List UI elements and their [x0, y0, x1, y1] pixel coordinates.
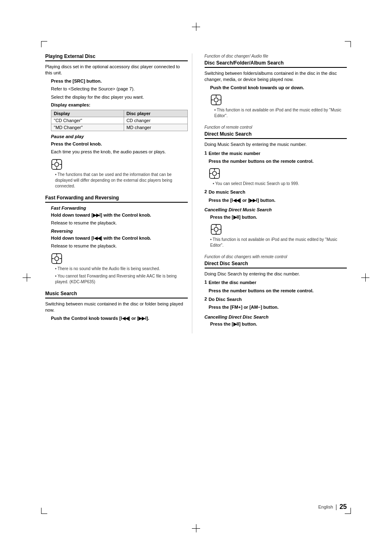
- cancelling-music-note: This function is not available on iPod a…: [205, 237, 347, 248]
- disc-step1: 1 Enter the disc number Press the number…: [205, 280, 347, 296]
- direct-disc-function-label: Function of disc changers with remote co…: [205, 254, 347, 260]
- music-search-step-block: Push the Control knob towards [I◀◀] or […: [45, 315, 188, 321]
- svg-point-19: [212, 171, 217, 176]
- table-row: "CD Changer" CD changer: [51, 117, 188, 124]
- disc-step2-content: Do Disc Search Press the [FM+] or [AM−] …: [209, 296, 347, 312]
- music-search-section: Music Search Switching between music con…: [45, 291, 188, 321]
- music-search-intro: Switching between music contained in the…: [45, 301, 188, 314]
- direct-music-search-intro: Doing Music Search by entering the music…: [205, 141, 347, 148]
- content-area: Playing External Disc Playing discs set …: [45, 53, 347, 502]
- disc-search-function-label: Function of disc changer/ Audio file: [205, 53, 347, 59]
- disc-search-step-block: Push the Control knob towards up or down…: [205, 85, 347, 119]
- direct-music-search-section: Function of remote control Direct Music …: [205, 125, 347, 248]
- direct-music-step2: 2 Do music Search Press the [I◀◀] or [▶▶…: [205, 189, 347, 205]
- svg-point-7: [55, 257, 59, 261]
- cancelling-disc-step: Press the [▶II] button.: [205, 321, 347, 327]
- step2-number: 2: [205, 189, 207, 205]
- press-src-line1: Refer to <Selecting the Source> (page 7)…: [51, 86, 188, 92]
- playing-external-disc-intro: Playing discs set in the optional access…: [45, 64, 188, 76]
- corner-tr: [345, 41, 351, 47]
- step2-sub: Press the [I◀◀] or [▶▶I] button.: [209, 197, 347, 204]
- reversing-note-1: There is no sound while the Audio file i…: [51, 266, 188, 272]
- fast-forward-section: Fast Forwarding and Reversing Fast Forwa…: [45, 195, 188, 285]
- knob-icon-reverse: [51, 253, 62, 264]
- disc-search-note: This function is not available on iPod a…: [210, 107, 347, 119]
- cancelling-direct-music: Cancelling Direct Music Search Press the…: [205, 207, 347, 248]
- step1-row: 1 Enter the music number Press the numbe…: [205, 150, 347, 189]
- step1-number: 1: [205, 150, 207, 189]
- step1-sub: Press the number buttons on the remote c…: [209, 158, 347, 164]
- pause-play-block: Pause and play Press the Control knob. E…: [45, 134, 188, 189]
- disc-step2-sub: Press the [FM+] or [AM−] button.: [209, 304, 347, 310]
- disc-step2: 2 Do Disc Search Press the [FM+] or [AM−…: [205, 296, 347, 312]
- disc-step1-row: 1 Enter the disc number Press the number…: [205, 280, 347, 296]
- direct-music-search-title: Direct Music Search: [205, 131, 347, 139]
- direct-disc-search-section: Function of disc changers with remote co…: [205, 254, 347, 328]
- disc-step2-number: 2: [205, 296, 207, 312]
- knob-icon-pause: [51, 159, 62, 170]
- cancelling-disc-label: Cancelling Direct Disc Search: [205, 314, 347, 320]
- disc-step2-row: 2 Do Disc Search Press the [FM+] or [AM−…: [205, 296, 347, 312]
- pause-play-step: Press the Control knob.: [51, 141, 188, 147]
- svg-point-1: [55, 162, 59, 166]
- fast-forwarding-block: Fast Forwarding Hold down toward [▶▶I] w…: [45, 205, 188, 227]
- table-header-display: Display: [51, 110, 124, 117]
- step1-note: You can select Direct music Search up to…: [209, 181, 347, 187]
- direct-music-step1: 1 Enter the music number Press the numbe…: [205, 150, 347, 189]
- reg-mark-top: [192, 23, 200, 31]
- disc-step2-label: Do Disc Search: [209, 296, 347, 303]
- disc-step1-label: Enter the disc number: [209, 280, 347, 286]
- press-src-block: Press the [SRC] button. Refer to <Select…: [45, 78, 188, 132]
- table-header-disc-player: Disc player: [124, 110, 187, 117]
- step1-label: Enter the music number: [209, 150, 347, 157]
- page-number: 25: [339, 503, 347, 511]
- press-src-label: Press the [SRC] button.: [51, 78, 188, 84]
- press-src-line2: Select the display for the disc player y…: [51, 94, 188, 100]
- step2-label: Do music Search: [209, 189, 347, 195]
- table-cell-cd-display: "CD Changer": [51, 117, 124, 124]
- page: Playing External Disc Playing discs set …: [0, 0, 392, 555]
- disc-search-intro: Switching between folders/albums contain…: [205, 70, 347, 83]
- disc-search-title: Disc Search/Folder/Album Search: [205, 60, 347, 68]
- corner-tl: [41, 41, 47, 47]
- reg-mark-left: [23, 273, 31, 282]
- disc-search-step: Push the Control knob towards up or down…: [210, 85, 347, 91]
- disc-search-section: Function of disc changer/ Audio file Dis…: [205, 53, 347, 119]
- knob-icon-cancel-music: [205, 224, 216, 235]
- cancelling-direct-disc: Cancelling Direct Disc Search Press the …: [205, 314, 347, 328]
- reg-mark-bottom: [192, 524, 200, 532]
- display-examples-label: Display examples:: [51, 102, 188, 108]
- cancelling-music-step: Press the [▶II] button.: [205, 214, 347, 220]
- right-column: Function of disc changer/ Audio file Dis…: [201, 53, 347, 333]
- table-cell-cd-player: CD changer: [124, 117, 187, 124]
- step2-content: Do music Search Press the [I◀◀] or [▶▶I]…: [209, 189, 347, 205]
- playing-external-disc-title: Playing External Disc: [45, 53, 188, 61]
- reversing-step: Hold down toward [I◀◀] with the Control …: [51, 235, 188, 241]
- reg-mark-right: [361, 273, 369, 282]
- music-search-step: Push the Control knob towards [I◀◀] or […: [51, 315, 188, 321]
- pause-play-title: Pause and play: [51, 134, 188, 140]
- table-cell-md-player: MD changer: [124, 124, 187, 131]
- disc-step1-sub: Press the number buttons on the remote c…: [209, 288, 347, 294]
- page-language: English: [318, 504, 333, 509]
- fast-forward-title: Fast Forwarding and Reversing: [45, 195, 188, 203]
- direct-disc-search-intro: Doing Disc Search by entering the disc n…: [205, 271, 347, 277]
- direct-music-function-label: Function of remote control: [205, 125, 347, 130]
- fast-forwarding-step: Hold down toward [▶▶I] with the Control …: [51, 212, 188, 218]
- reversing-note-2: You cannot fast Forwarding and Reversing…: [51, 273, 188, 285]
- knob-icon-disc-search: [210, 94, 222, 106]
- fast-forwarding-desc: Release to resume the playback.: [51, 220, 188, 226]
- playing-external-disc-section: Playing External Disc Playing discs set …: [45, 53, 188, 189]
- page-number-area: English | 25: [318, 503, 347, 511]
- direct-disc-search-title: Direct Disc Search: [205, 261, 347, 268]
- reversing-label: Reversing: [51, 228, 188, 234]
- fast-forwarding-label: Fast Forwarding: [51, 205, 188, 211]
- step1-content: Enter the music number Press the number …: [209, 150, 347, 189]
- svg-point-13: [214, 98, 218, 102]
- pause-play-desc: Each time you press the knob, the audio …: [51, 149, 188, 155]
- music-search-title: Music Search: [45, 291, 188, 298]
- display-table: Display Disc player "CD Changer" CD chan…: [51, 110, 188, 131]
- left-column: Playing External Disc Playing discs set …: [45, 53, 192, 333]
- cancelling-music-label: Cancelling Direct Music Search: [205, 207, 347, 213]
- pause-play-note: The functions that can be used and the i…: [51, 172, 188, 189]
